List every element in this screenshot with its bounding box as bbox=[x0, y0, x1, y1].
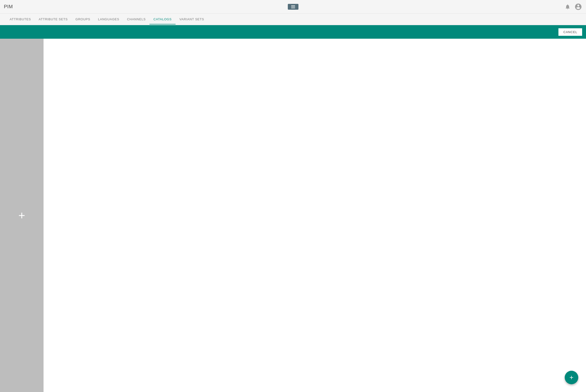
hamburger-icon bbox=[291, 5, 295, 8]
bell-icon bbox=[565, 4, 570, 10]
action-bar: CANCEL bbox=[0, 25, 586, 39]
hamburger-line-2 bbox=[291, 6, 295, 7]
fab-add-button[interactable]: + bbox=[565, 371, 578, 384]
plus-icon: + bbox=[18, 210, 25, 221]
notifications-button[interactable] bbox=[565, 4, 570, 10]
app-title: PIM bbox=[4, 4, 13, 10]
tab-channels[interactable]: CHANNELS bbox=[123, 14, 150, 24]
tab-attribute-sets[interactable]: ATTRIBUTE SETS bbox=[35, 14, 72, 24]
fab-plus-icon: + bbox=[570, 374, 574, 381]
main-layout: + bbox=[0, 39, 586, 392]
tab-languages[interactable]: LANGUAGES bbox=[94, 14, 123, 24]
tab-groups[interactable]: GROUPS bbox=[72, 14, 94, 24]
content-area bbox=[44, 39, 586, 392]
app-bar-left: PIM bbox=[4, 4, 13, 10]
nav-tabs: ATTRIBUTES ATTRIBUTE SETS GROUPS LANGUAG… bbox=[0, 14, 586, 25]
sidebar-add-button[interactable]: + bbox=[18, 210, 25, 221]
tab-attributes[interactable]: ATTRIBUTES bbox=[6, 14, 35, 24]
hamburger-line-1 bbox=[291, 5, 295, 6]
account-button[interactable] bbox=[574, 3, 582, 11]
tab-catalogs[interactable]: CATALOGS bbox=[150, 14, 175, 24]
tab-variant-sets[interactable]: VARIANT SETS bbox=[176, 14, 208, 24]
menu-button[interactable] bbox=[288, 4, 298, 10]
app-bar-right bbox=[565, 3, 582, 11]
account-icon bbox=[574, 3, 582, 11]
sidebar: + bbox=[0, 39, 44, 392]
app-bar-center bbox=[288, 4, 298, 10]
app-bar: PIM bbox=[0, 0, 586, 14]
cancel-button[interactable]: CANCEL bbox=[558, 28, 582, 36]
hamburger-line-3 bbox=[291, 8, 295, 8]
